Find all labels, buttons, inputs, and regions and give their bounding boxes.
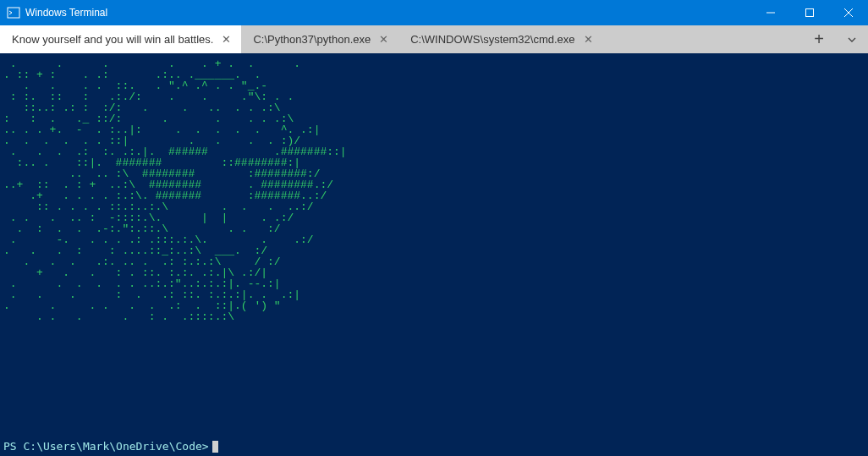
ascii-art-output: . . . . . + . . . . :: + : . .: .:.. .__…: [3, 58, 868, 322]
titlebar[interactable]: Windows Terminal: [0, 0, 868, 25]
tab-close-icon[interactable]: ✕: [222, 34, 231, 45]
terminal-body[interactable]: . . . . . + . . . . :: + : . .: .:.. .__…: [0, 53, 868, 456]
tab-2[interactable]: C:\WINDOWS\system32\cmd.exe ✕: [398, 25, 602, 53]
terminal-app-icon: [7, 6, 20, 19]
tab-close-icon[interactable]: ✕: [379, 34, 388, 45]
window: Windows Terminal Know yourself and you w…: [0, 0, 868, 456]
maximize-button[interactable]: [790, 0, 829, 25]
tab-bar: Know yourself and you will win all battl…: [0, 25, 868, 53]
minimize-button[interactable]: [751, 0, 790, 25]
cursor: [212, 441, 218, 453]
tab-label: Know yourself and you will win all battl…: [12, 33, 213, 46]
tab-bar-spacer: [603, 25, 802, 53]
close-button[interactable]: [829, 0, 868, 25]
tab-dropdown-button[interactable]: [836, 25, 868, 53]
app-title: Windows Terminal: [25, 7, 107, 19]
tab-0[interactable]: Know yourself and you will win all battl…: [0, 25, 241, 53]
svg-rect-0: [8, 8, 19, 18]
prompt-line[interactable]: PS C:\Users\Mark\OneDrive\Code>: [3, 440, 218, 453]
tab-close-icon[interactable]: ✕: [584, 34, 593, 45]
tab-actions: +: [802, 25, 868, 53]
tab-label: C:\Python37\python.exe: [253, 33, 371, 46]
svg-rect-2: [806, 9, 814, 17]
new-tab-button[interactable]: +: [802, 25, 836, 53]
tab-1[interactable]: C:\Python37\python.exe ✕: [241, 25, 398, 53]
tab-label: C:\WINDOWS\system32\cmd.exe: [410, 33, 574, 46]
prompt-text: PS C:\Users\Mark\OneDrive\Code>: [3, 440, 209, 453]
